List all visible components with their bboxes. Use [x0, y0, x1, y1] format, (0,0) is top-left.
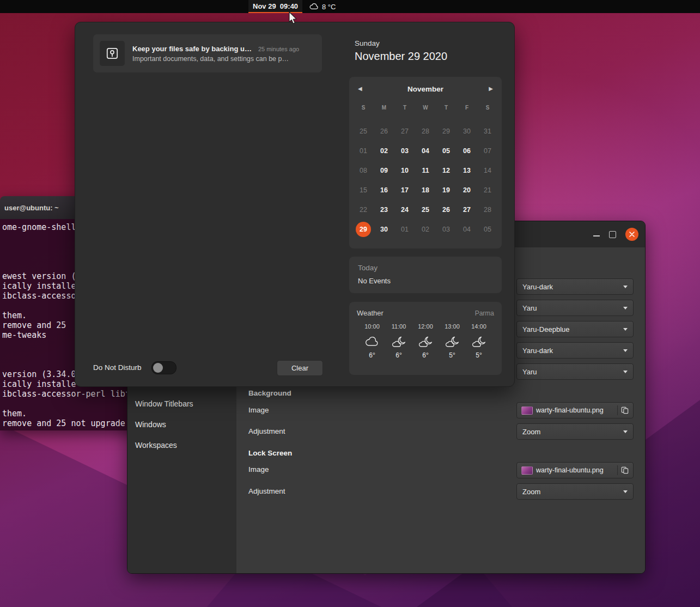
calendar-day[interactable]: 24 [394, 200, 415, 220]
prev-month-button[interactable]: ◀ [358, 86, 362, 92]
calendar-day[interactable]: 14 [477, 161, 498, 180]
calendar-day[interactable]: 20 [456, 180, 477, 200]
calendar-day[interactable]: 30 [374, 220, 394, 239]
theme-dropdown-2[interactable]: Yaru-Deepblue [516, 321, 634, 337]
calendar-day[interactable]: 29 [436, 122, 456, 141]
calendar-day-number: 25 [356, 124, 371, 139]
theme-dropdown-4[interactable]: Yaru [516, 363, 634, 380]
calendar-day[interactable]: 28 [477, 200, 498, 220]
weather-hour: 13:005° [439, 323, 465, 359]
calendar-day[interactable]: 02 [415, 220, 436, 239]
chevron-down-icon [623, 286, 628, 288]
calendar-widget: ◀ November ▶ SMTWTFS 2526272829303101020… [349, 77, 502, 248]
calendar-day-number: 16 [376, 183, 392, 198]
calendar-day[interactable]: 26 [436, 200, 456, 220]
lockscreen-adjustment-dropdown[interactable]: Zoom [516, 483, 634, 500]
weather-time: 14:00 [471, 323, 486, 330]
calendar-day[interactable]: 02 [374, 141, 394, 161]
sidebar-item-workspaces[interactable]: Workspaces [127, 435, 236, 456]
calendar-day-number: 05 [480, 222, 495, 237]
calendar-day-number: 17 [397, 183, 412, 198]
calendar-day[interactable]: 01 [394, 220, 415, 239]
sidebar-item-window-titlebars[interactable]: Window Titlebars [127, 393, 236, 414]
theme-dropdown-0[interactable]: Yaru-dark [516, 278, 634, 295]
calendar-day-today[interactable]: 29 [353, 220, 374, 239]
calendar-day-number: 09 [376, 163, 392, 178]
calendar-day-header: W [415, 101, 436, 114]
calendar-day-number: 02 [376, 143, 392, 159]
moon-cloud-icon [445, 333, 460, 350]
divider [617, 465, 618, 475]
calendar-day[interactable]: 03 [436, 220, 456, 239]
calendar-day-number: 28 [480, 202, 495, 217]
calendar-day[interactable]: 30 [456, 122, 477, 141]
temperature-label: 8 °C [322, 3, 336, 11]
calendar-day[interactable]: 04 [415, 141, 436, 161]
calendar-day[interactable]: 18 [415, 180, 436, 200]
lockscreen-image-chooser[interactable]: warty-final-ubuntu.png [516, 462, 634, 478]
calendar-day[interactable]: 25 [353, 122, 374, 141]
calendar-day[interactable]: 03 [394, 141, 415, 161]
calendar-day[interactable]: 04 [456, 220, 477, 239]
calendar-day[interactable]: 15 [353, 180, 374, 200]
theme-dropdown-3[interactable]: Yaru-dark [516, 342, 634, 359]
calendar-day[interactable]: 06 [456, 141, 477, 161]
section-title-lock-screen: Lock Screen [248, 449, 292, 457]
calendar-day[interactable]: 31 [477, 122, 498, 141]
calendar-day-number: 24 [397, 202, 412, 217]
top-bar: Nov 29 09:40 8 °C [0, 0, 700, 13]
calendar-day[interactable]: 12 [436, 161, 456, 180]
calendar-day-number: 29 [356, 222, 371, 237]
calendar-day[interactable]: 01 [353, 141, 374, 161]
calendar-day[interactable]: 11 [415, 161, 436, 180]
maximize-button[interactable] [609, 231, 616, 238]
calendar-day[interactable]: 08 [353, 161, 374, 180]
calendar-day[interactable]: 27 [394, 122, 415, 141]
calendar-day[interactable]: 26 [374, 122, 394, 141]
calendar-day[interactable]: 13 [456, 161, 477, 180]
chevron-down-icon [623, 349, 628, 352]
calendar-day-number: 23 [376, 202, 392, 217]
calendar-day[interactable]: 10 [394, 161, 415, 180]
calendar-day[interactable]: 22 [353, 200, 374, 220]
calendar-day-number: 03 [397, 143, 412, 159]
sidebar-item-windows[interactable]: Windows [127, 414, 236, 435]
dropdown-value: Yaru [522, 304, 619, 312]
do-not-disturb-toggle[interactable] [151, 361, 176, 374]
theme-dropdown-1[interactable]: Yaru [516, 300, 634, 316]
cloud-icon [365, 333, 380, 350]
weather-panel[interactable]: Weather Parma 10:006°11:006°12:006°13:00… [349, 302, 502, 375]
topbar-weather-button[interactable]: 8 °C [309, 0, 336, 13]
calendar-day[interactable]: 28 [415, 122, 436, 141]
calendar-day[interactable]: 19 [436, 180, 456, 200]
calendar-day-header: M [374, 101, 394, 114]
calendar-day[interactable]: 05 [477, 220, 498, 239]
copy-icon [621, 466, 629, 474]
calendar-month-label: November [362, 85, 489, 93]
calendar-day[interactable]: 09 [374, 161, 394, 180]
close-button[interactable] [625, 228, 638, 241]
weather-location: Parma [475, 309, 494, 317]
clear-notifications-button[interactable]: Clear [277, 360, 323, 376]
calendar-day[interactable]: 27 [456, 200, 477, 220]
calendar-day[interactable]: 07 [477, 141, 498, 161]
calendar-day[interactable]: 17 [394, 180, 415, 200]
minimize-button[interactable] [593, 235, 600, 236]
calendar-day[interactable]: 05 [436, 141, 456, 161]
calendar-day-header: T [394, 101, 415, 114]
calendar-day[interactable]: 16 [374, 180, 394, 200]
next-month-button[interactable]: ▶ [489, 86, 493, 92]
calendar-day-number: 05 [439, 143, 454, 159]
calendar-day[interactable]: 21 [477, 180, 498, 200]
calendar-day[interactable]: 25 [415, 200, 436, 220]
popup-weekday: Sunday [355, 39, 380, 47]
events-text: No Events [358, 277, 493, 285]
chevron-left-icon: ◀ [358, 86, 362, 92]
background-image-chooser[interactable]: warty-final-ubuntu.png [516, 402, 634, 418]
events-panel: Today No Events [349, 257, 502, 293]
background-adjustment-dropdown[interactable]: Zoom [516, 423, 634, 440]
weather-hour: 14:005° [466, 323, 492, 359]
calendar-day[interactable]: 23 [374, 200, 394, 220]
cloud-icon [309, 3, 319, 10]
notification-card[interactable]: Keep your files safe by backing u… 25 mi… [93, 34, 322, 72]
